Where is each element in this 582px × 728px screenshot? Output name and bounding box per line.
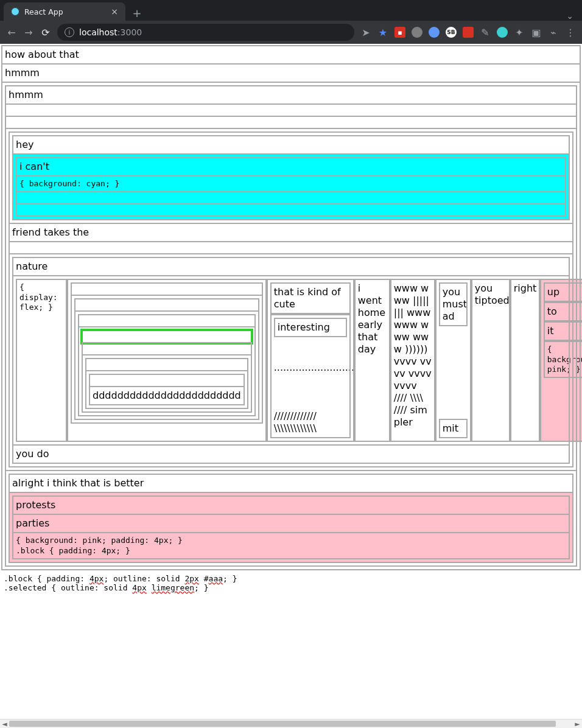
close-tab-icon[interactable]: ×: [111, 7, 118, 16]
extension-icons: ▪ SB ✎ ✦ ▣ ⌁ ⋮: [394, 27, 576, 38]
empty-block[interactable]: [90, 375, 244, 386]
forward-button: →: [23, 27, 34, 38]
text-line: ............................: [274, 362, 347, 374]
url-port: :3000: [117, 27, 142, 37]
text-block[interactable]: you must ad: [440, 284, 466, 325]
container-block[interactable]: hey i can't { background: cyan; } friend…: [6, 129, 576, 470]
text-block[interactable]: hmmm: [2, 65, 580, 82]
container-block[interactable]: nature { display: flex; }: [10, 254, 572, 466]
text-block[interactable]: www www |||||||| www www www www )))))) …: [391, 280, 434, 441]
pink-column-block[interactable]: up to it { background: pink; }: [541, 280, 582, 441]
text-block[interactable]: dddddddddddddddddddddddd: [90, 387, 244, 404]
send-icon[interactable]: ➤: [360, 27, 371, 38]
text-line: /////////////: [274, 410, 347, 422]
empty-block[interactable]: [75, 299, 258, 310]
extension-icon[interactable]: [497, 27, 508, 38]
empty-block[interactable]: [6, 105, 576, 116]
text-block[interactable]: how about that: [2, 46, 580, 63]
text-block[interactable]: alright i think that is better: [10, 475, 572, 492]
text-block[interactable]: protests: [13, 497, 569, 514]
text-block[interactable]: mit: [440, 420, 466, 437]
address-bar[interactable]: i localhost:3000: [57, 24, 354, 41]
react-favicon-icon: [11, 7, 19, 16]
container-block[interactable]: hey i can't { background: cyan; }: [10, 133, 572, 223]
nested-block[interactable]: dddddddddddddddddddddddd: [86, 371, 247, 408]
url-host: localhost: [79, 27, 117, 37]
text-block[interactable]: friend takes the: [10, 224, 572, 241]
extension-icon[interactable]: ▪: [394, 27, 405, 38]
kebab-menu-icon[interactable]: ⋮: [565, 27, 576, 38]
rule-block[interactable]: { display: flex; }: [17, 280, 66, 441]
nested-block[interactable]: dddddddddddddddddddddddd: [83, 355, 251, 411]
selected-block[interactable]: [83, 331, 251, 342]
text-block[interactable]: you do: [13, 446, 569, 463]
empty-block[interactable]: [86, 359, 247, 370]
site-info-icon[interactable]: i: [65, 27, 74, 37]
text-block[interactable]: you tiptoed: [472, 280, 509, 441]
page-content: how about that hmmm hmmm hey i can't { b…: [0, 44, 582, 597]
extension-icon[interactable]: SB: [446, 27, 457, 38]
text-block[interactable]: hmmm: [6, 86, 576, 103]
tabs-overflow-icon[interactable]: ⌄: [566, 11, 582, 21]
back-button[interactable]: ←: [6, 27, 17, 38]
extensions-menu-icon[interactable]: ✦: [514, 27, 525, 38]
empty-block[interactable]: [72, 284, 262, 295]
text-block[interactable]: parties: [13, 515, 569, 532]
column-block[interactable]: you must ad mit: [436, 280, 470, 441]
toolbar: ← → ⟳ i localhost:3000 ➤ ★ ▪ SB ✎ ✦ ▣ ⌁ …: [0, 21, 582, 44]
nested-block[interactable]: dddddddddddddddddddddddd: [75, 312, 258, 419]
extension-icon[interactable]: [412, 27, 422, 38]
empty-block[interactable]: [83, 343, 251, 354]
rule-block[interactable]: { background: cyan; }: [17, 177, 565, 191]
empty-block[interactable]: [6, 117, 576, 128]
text-block[interactable]: it: [545, 323, 582, 340]
bookmark-star-icon[interactable]: ★: [377, 27, 388, 38]
empty-block[interactable]: [10, 242, 572, 253]
reload-button[interactable]: ⟳: [40, 27, 51, 38]
browser-chrome: React App × + ⌄ ← → ⟳ i localhost:3000 ➤…: [0, 0, 582, 44]
extension-icon[interactable]: ▣: [531, 27, 542, 38]
empty-block[interactable]: [79, 315, 254, 326]
extension-icon[interactable]: [463, 27, 474, 38]
nested-block[interactable]: interesting ............................…: [272, 315, 349, 437]
container-block[interactable]: hmmm hey i can't { background: cyan; } f…: [2, 83, 580, 569]
text-line: \\\\\\\\\\\\\: [274, 422, 347, 435]
container-block[interactable]: alright i think that is better protests …: [6, 471, 576, 565]
text-block[interactable]: right: [511, 280, 539, 441]
tab-title: React App: [24, 7, 63, 16]
nested-block[interactable]: dddddddddddddddddddddddd: [68, 280, 265, 441]
empty-block[interactable]: [17, 205, 565, 215]
column-block[interactable]: that is kind of cute interesting .......…: [268, 280, 353, 441]
extension-icon[interactable]: ⌁: [548, 27, 559, 38]
rule-block[interactable]: { background: pink; padding: 4px; } .blo…: [13, 533, 569, 558]
extension-icon[interactable]: ✎: [480, 27, 491, 38]
extension-icon[interactable]: [429, 27, 440, 38]
browser-tab[interactable]: React App ×: [4, 2, 125, 21]
pink-block[interactable]: protests parties { background: pink; pad…: [10, 493, 572, 562]
tab-bar: React App × + ⌄: [0, 0, 582, 21]
empty-block[interactable]: [17, 192, 565, 203]
text-block[interactable]: up: [545, 284, 582, 301]
text-block[interactable]: that is kind of cute: [272, 284, 349, 313]
nested-block[interactable]: dddddddddddddddddddddddd: [79, 327, 254, 415]
rule-block[interactable]: { background: pink; }: [545, 342, 582, 377]
text-block[interactable]: interesting: [275, 319, 346, 336]
text-block[interactable]: hey: [13, 136, 569, 153]
cyan-block[interactable]: i can't { background: cyan; }: [13, 155, 569, 219]
text-block[interactable]: i can't: [17, 158, 565, 175]
text-block[interactable]: to: [545, 303, 582, 320]
nested-block[interactable]: dddddddddddddddddddddddd: [72, 296, 262, 422]
footer-css: .block { padding: 4px; outline: solid 2p…: [1, 570, 581, 596]
text-block[interactable]: i went home early that day: [356, 280, 389, 441]
flex-row-block[interactable]: { display: flex; }: [13, 276, 569, 444]
new-tab-button[interactable]: +: [129, 5, 145, 21]
text-block[interactable]: nature: [13, 258, 569, 275]
